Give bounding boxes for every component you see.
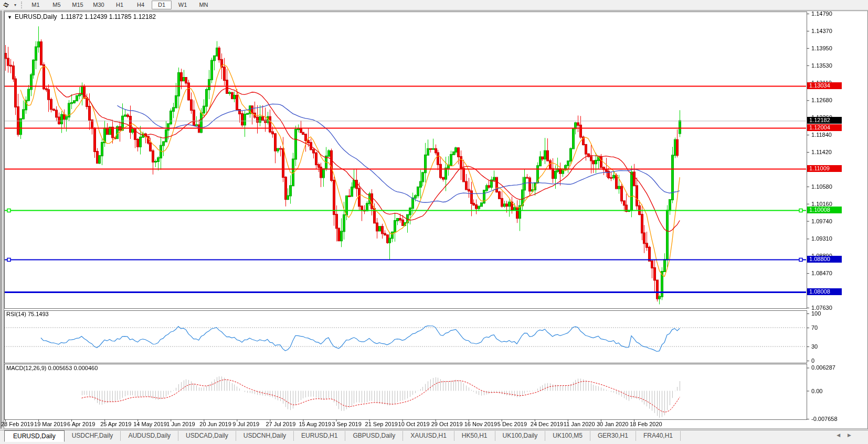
price-tick-label: 1.11840 bbox=[811, 132, 832, 138]
timeframe-button-d1[interactable]: D1 bbox=[152, 1, 172, 9]
date-axis-label: 19 Mar 2019 bbox=[34, 421, 67, 427]
price-line-flag: 1.13034 bbox=[807, 82, 842, 89]
timeframe-button-m1[interactable]: M1 bbox=[26, 1, 46, 9]
price-line-flag: 1.11009 bbox=[807, 165, 842, 172]
price-tick-label: 1.11420 bbox=[811, 149, 832, 155]
date-axis-label: 3 Sep 2019 bbox=[332, 421, 362, 427]
date-axis-label: 29 Oct 2019 bbox=[431, 421, 463, 427]
date-axis-label: 20 Jun 2019 bbox=[199, 421, 231, 427]
price-tick-label: 1.10580 bbox=[811, 183, 832, 190]
date-axis-label: 6 Apr 2019 bbox=[67, 421, 95, 427]
chart-tab-audusd-daily[interactable]: AUDUSD,Daily bbox=[121, 431, 178, 441]
timeframe-button-m30[interactable]: M30 bbox=[89, 1, 109, 9]
chart-tab-gbpusd-daily[interactable]: GBPUSD,Daily bbox=[345, 431, 403, 441]
date-axis-label: 5 Dec 2019 bbox=[497, 421, 527, 427]
macd-indicator-label: MACD(12,26,9) 0.005653 0.000460 bbox=[6, 365, 98, 371]
price-tick-label: 1.14370 bbox=[811, 28, 832, 34]
price-tick-label: 1.12680 bbox=[811, 97, 832, 103]
date-axis-label: 28 Feb 2019 bbox=[1, 421, 34, 427]
chart-tab-fra40-h1[interactable]: FRA40,H1 bbox=[636, 431, 681, 441]
timeframe-button-w1[interactable]: W1 bbox=[173, 1, 193, 9]
timeframe-button-mn[interactable]: MN bbox=[194, 1, 214, 9]
date-axis-label: 16 Nov 2019 bbox=[464, 421, 497, 427]
chart-tab-bar: EURUSD,DailyUSDCHF,DailyAUDUSD,DailyUSDC… bbox=[0, 430, 868, 444]
timeframe-button-h4[interactable]: H4 bbox=[131, 1, 151, 9]
date-axis-label: 24 Dec 2019 bbox=[531, 421, 563, 427]
date-axis-label: 10 Oct 2019 bbox=[398, 421, 430, 427]
ohlc-values: 1.11872 1.12439 1.11785 1.12182 bbox=[60, 13, 156, 20]
chart-tab-uk100-daily[interactable]: UK100,Daily bbox=[495, 431, 546, 441]
mt4-window: { "toolbar": { "chart_shift_icon": "char… bbox=[0, 0, 868, 444]
rsi-indicator-label: RSI(14) 75.1493 bbox=[6, 311, 49, 317]
chart-tab-usdcad-daily[interactable]: USDCAD,Daily bbox=[178, 431, 236, 441]
price-line-flag: 1.08800 bbox=[807, 256, 842, 263]
price-line-flag: 1.12004 bbox=[807, 124, 842, 131]
chart-ohlc-header: ▼EURUSD,Daily 1.11872 1.12439 1.11785 1.… bbox=[7, 13, 156, 20]
chart-tab-xauusd-h1[interactable]: XAUUSD,H1 bbox=[403, 431, 454, 441]
timeframe-button-m15[interactable]: M15 bbox=[68, 1, 88, 9]
chart-tab-usdcnh-daily[interactable]: USDCNH,Daily bbox=[236, 431, 294, 441]
chevron-down-icon[interactable]: ▾ bbox=[12, 3, 19, 7]
price-line-flag: 1.08008 bbox=[807, 288, 842, 295]
toolbar: ▾ M1M5M15M30H1H4D1W1MN bbox=[0, 0, 868, 10]
date-axis-label: 15 Aug 2019 bbox=[299, 421, 331, 427]
rsi-tick-label: 70 bbox=[811, 324, 818, 331]
price-tick-label: 1.10160 bbox=[811, 201, 832, 207]
rsi-tick-label: 100 bbox=[811, 310, 821, 317]
current-price-flag: 1.12182 bbox=[807, 117, 842, 124]
price-tick-label: 1.13530 bbox=[811, 62, 832, 69]
tab-scroll-left-button[interactable]: ◀ bbox=[837, 432, 848, 438]
chart-tabs: EURUSD,DailyUSDCHF,DailyAUDUSD,DailyUSDC… bbox=[0, 430, 681, 442]
price-tick-label: 1.09310 bbox=[811, 235, 832, 242]
date-axis-label: 14 May 2019 bbox=[133, 421, 167, 427]
price-tick-label: 1.09740 bbox=[811, 218, 832, 224]
chart-tab-hk50-h1[interactable]: HK50,H1 bbox=[454, 431, 495, 441]
price-tick-label: 1.14790 bbox=[811, 10, 832, 17]
date-axis-label: 18 Feb 2020 bbox=[630, 421, 662, 427]
date-axis-label: 11 Jan 2020 bbox=[564, 421, 595, 427]
date-axis-label: 27 Jul 2019 bbox=[266, 421, 295, 427]
timeframe-button-h1[interactable]: H1 bbox=[110, 1, 130, 9]
chart-tab-eurusd-daily[interactable]: EURUSD,Daily bbox=[4, 430, 65, 442]
symbol-period-label: EURUSD,Daily bbox=[15, 13, 57, 20]
date-axis-label: 25 Apr 2019 bbox=[100, 421, 131, 427]
date-axis-label: 1 Jun 2019 bbox=[166, 421, 195, 427]
price-tick-label: 1.13950 bbox=[811, 45, 832, 51]
rsi-tick-label: 0 bbox=[811, 358, 814, 364]
price-line-flag: 1.10008 bbox=[807, 207, 842, 213]
timeframe-button-m5[interactable]: M5 bbox=[47, 1, 67, 9]
chart-tab-eurusd-h1[interactable]: EURUSD,H1 bbox=[294, 431, 345, 441]
tab-scroll-right-button[interactable]: ▶ bbox=[848, 432, 859, 438]
date-axis-label: 21 Sep 2019 bbox=[365, 421, 398, 427]
date-axis-label: 30 Jan 2020 bbox=[597, 421, 629, 427]
price-tick-label: 1.08470 bbox=[811, 270, 832, 276]
collapse-icon[interactable]: ▼ bbox=[7, 15, 12, 20]
date-axis-label: 9 Jul 2019 bbox=[232, 421, 259, 427]
macd-tick-label: -0.007658 bbox=[811, 416, 838, 422]
timeframe-buttons: M1M5M15M30H1H4D1W1MN bbox=[26, 1, 215, 9]
tab-scroll-arrows: ◀▶ bbox=[837, 432, 859, 438]
toolbar-grip[interactable] bbox=[21, 2, 22, 8]
chart-tab-usdchf-daily[interactable]: USDCHF,Daily bbox=[65, 431, 121, 441]
chart-shift-icon[interactable] bbox=[0, 1, 12, 9]
chart-tab-uk100-m5[interactable]: UK100,M5 bbox=[545, 431, 590, 441]
chart-area[interactable] bbox=[0, 0, 868, 444]
macd-tick-label: 0.006287 bbox=[811, 364, 835, 371]
chart-tab-ger30-h1[interactable]: GER30,H1 bbox=[590, 431, 636, 441]
macd-tick-label: 0.00 bbox=[811, 388, 822, 394]
rsi-tick-label: 30 bbox=[811, 343, 818, 350]
